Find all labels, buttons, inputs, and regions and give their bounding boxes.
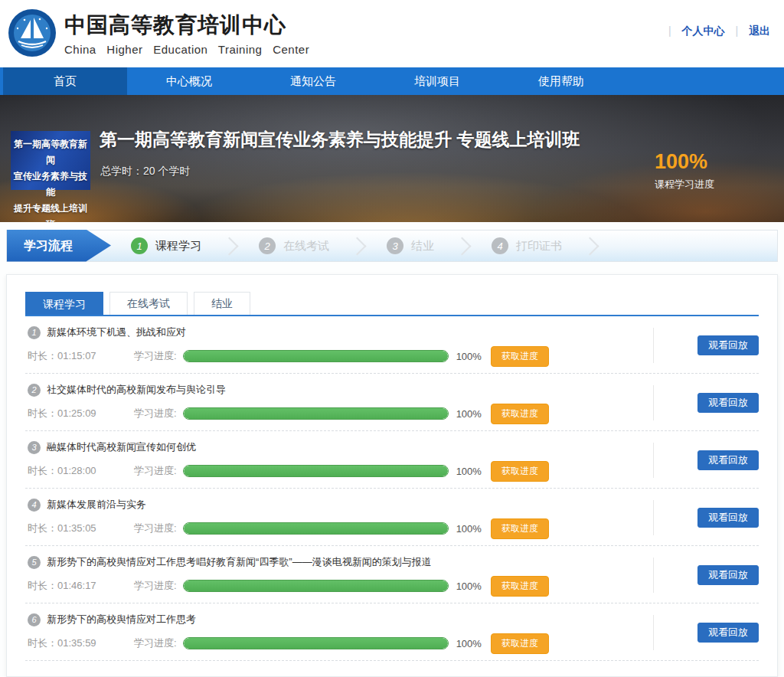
step-print-certificate: 4 打印证书	[492, 237, 562, 254]
site-title-cn: 中国高等教育培训中心	[64, 11, 309, 40]
course-title: 新媒体发展前沿与实务	[47, 498, 146, 512]
course-row: 3 融媒体时代高校新闻宣传如何创优 时长：01:28:00 学习进度: 100%…	[25, 431, 759, 489]
course-title: 社交媒体时代的高校新闻发布与舆论引导	[47, 383, 226, 397]
tab-online-exam[interactable]: 在线考试	[109, 292, 188, 315]
course-info: 5 新形势下的高校舆情应对工作思考唱好教育新闻“四季歌”——漫谈电视新闻的策划与…	[25, 555, 653, 595]
step-number-badge: 4	[492, 237, 508, 254]
course-banner: 第一期高等教育新闻 宣传业务素养与技能 提升专题线上培训班 第一期高等教育新闻宣…	[0, 95, 784, 222]
progress-label: 学习进度:	[134, 349, 177, 363]
total-hours-label: 总学时：20 个学时	[100, 165, 190, 178]
progress-label: 学习进度:	[134, 636, 177, 650]
course-number-badge: 3	[28, 441, 41, 454]
link-logout[interactable]: 退出	[749, 25, 770, 37]
step-number-badge: 2	[259, 237, 276, 254]
course-row: 6 新形势下的高校舆情应对工作思考 时长：01:35:59 学习进度: 100%…	[25, 603, 759, 661]
course-title: 融媒体时代高校新闻宣传如何创优	[47, 440, 196, 454]
get-progress-button[interactable]: 获取进度	[491, 518, 549, 539]
course-number-badge: 5	[28, 556, 41, 569]
course-duration: 时长：01:35:59	[25, 636, 134, 650]
step-label: 课程学习	[155, 239, 201, 253]
watch-replay-button[interactable]: 观看回放	[697, 335, 759, 355]
thumb-line: 提升专题线上培训班	[11, 201, 90, 222]
nav-item-center-overview[interactable]: 中心概况	[127, 67, 251, 95]
progress-percent: 100%	[456, 581, 482, 592]
duration-value: 01:46:17	[57, 580, 96, 591]
progress-label: 学习进度:	[134, 522, 177, 535]
progress-bar	[183, 580, 449, 592]
course-info: 3 融媒体时代高校新闻宣传如何创优 时长：01:28:00 学习进度: 100%…	[25, 440, 653, 480]
progress-bar-fill	[184, 408, 448, 419]
site-header: 中国高等教育培训中心 China Higher Education Traini…	[0, 0, 784, 67]
course-row: 2 社交媒体时代的高校新闻发布与舆论引导 时长：01:25:09 学习进度: 1…	[25, 374, 759, 431]
progress-label: 学习进度:	[134, 579, 177, 593]
course-progress-label: 课程学习进度	[655, 178, 714, 191]
duration-label: 时长：	[28, 637, 57, 649]
watch-replay-button[interactable]: 观看回放	[697, 565, 759, 585]
step-label: 打印证书	[516, 239, 562, 253]
progress-percent: 100%	[456, 638, 482, 649]
nav-item-training-programs[interactable]: 培训项目	[375, 67, 499, 95]
watch-replay-button[interactable]: 观看回放	[697, 393, 759, 413]
step-online-exam: 2 在线考试	[259, 237, 329, 254]
site-titles: 中国高等教育培训中心 China Higher Education Traini…	[64, 11, 309, 56]
progress-bar-fill	[184, 581, 448, 591]
site-logo[interactable]	[8, 8, 57, 57]
course-duration: 时长：01:35:05	[25, 522, 134, 535]
course-title: 新媒体环境下机遇、挑战和应对	[47, 325, 186, 339]
chevron-right-icon	[220, 237, 238, 255]
nav-item-home[interactable]: 首页	[3, 67, 127, 95]
page: 中国高等教育培训中心 China Higher Education Traini…	[0, 0, 784, 677]
main-nav: 首页 中心概况 通知公告 培训项目 使用帮助	[0, 67, 784, 95]
step-graduation: 3 结业	[387, 237, 434, 254]
course-title: 新形势下的高校舆情应对工作思考唱好教育新闻“四季歌”——漫谈电视新闻的策划与报道	[47, 555, 432, 569]
progress-bar-fill	[184, 523, 448, 534]
get-progress-button[interactable]: 获取进度	[491, 461, 549, 482]
progress-bar	[183, 522, 449, 535]
steps-title-arrow: 学习流程	[7, 230, 111, 262]
course-row: 1 新媒体环境下机遇、挑战和应对 时长：01:15:07 学习进度: 100% …	[25, 316, 759, 374]
header-links: | 个人中心 | 退出	[661, 25, 770, 38]
course-info: 6 新形势下的高校舆情应对工作思考 时长：01:35:59 学习进度: 100%…	[25, 613, 653, 652]
duration-value: 01:15:07	[57, 350, 96, 361]
watch-replay-button[interactable]: 观看回放	[697, 508, 759, 528]
nav-item-announcements[interactable]: 通知公告	[251, 67, 375, 95]
learning-flow-steps: 学习流程 1 课程学习 2 在线考试 3 结业 4 打印证书	[6, 230, 778, 262]
course-thumbnail: 第一期高等教育新闻 宣传业务素养与技能 提升专题线上培训班	[11, 131, 90, 190]
chevron-right-icon	[348, 237, 366, 255]
duration-label: 时长：	[28, 580, 57, 591]
nav-item-help[interactable]: 使用帮助	[499, 67, 623, 95]
get-progress-button[interactable]: 获取进度	[491, 576, 549, 597]
progress-bar	[183, 637, 449, 649]
step-label: 在线考试	[283, 239, 329, 253]
course-row: 5 新形势下的高校舆情应对工作思考唱好教育新闻“四季歌”——漫谈电视新闻的策划与…	[25, 546, 759, 603]
tab-course-study[interactable]: 课程学习	[25, 292, 103, 315]
duration-value: 01:28:00	[57, 465, 96, 476]
duration-label: 时长：	[28, 522, 57, 534]
course-progress-percent: 100%	[655, 150, 714, 174]
site-title-en: China Higher Education Training Center	[64, 43, 309, 56]
link-personal-center[interactable]: 个人中心	[682, 25, 725, 37]
duration-label: 时长：	[28, 407, 57, 419]
duration-value: 01:25:09	[57, 407, 96, 419]
get-progress-button[interactable]: 获取进度	[491, 633, 549, 654]
duration-label: 时长：	[28, 350, 57, 361]
progress-percent: 100%	[456, 351, 482, 362]
course-number-badge: 6	[28, 613, 41, 626]
duration-label: 时长：	[28, 465, 57, 476]
progress-percent: 100%	[456, 408, 482, 420]
course-progress-summary: 100% 课程学习进度	[655, 150, 714, 191]
tab-graduation[interactable]: 结业	[194, 292, 250, 315]
content-card: 课程学习 在线考试 结业 1 新媒体环境下机遇、挑战和应对 时长：01:15:0…	[6, 274, 778, 677]
course-info: 4 新媒体发展前沿与实务 时长：01:35:05 学习进度: 100% 获取进度	[25, 498, 653, 538]
course-list: 1 新媒体环境下机遇、挑战和应对 时长：01:15:07 学习进度: 100% …	[25, 316, 759, 661]
get-progress-button[interactable]: 获取进度	[491, 404, 549, 424]
progress-percent: 100%	[456, 523, 482, 535]
tabs: 课程学习 在线考试 结业	[25, 292, 759, 316]
watch-replay-button[interactable]: 观看回放	[697, 623, 759, 643]
chevron-right-icon	[580, 237, 599, 255]
course-duration: 时长：01:28:00	[25, 464, 134, 478]
watch-replay-button[interactable]: 观看回放	[697, 450, 759, 470]
get-progress-button[interactable]: 获取进度	[491, 346, 549, 367]
step-label: 结业	[411, 239, 434, 253]
step-number-badge: 3	[387, 237, 403, 254]
